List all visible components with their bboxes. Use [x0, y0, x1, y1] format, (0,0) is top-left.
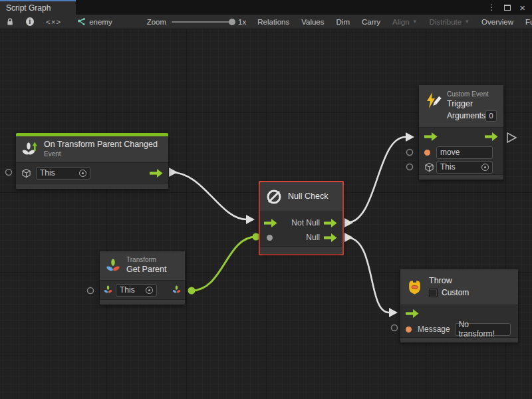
object-picker-icon[interactable]	[79, 170, 86, 177]
dim-button[interactable]: Dim	[331, 15, 356, 29]
transform-event-icon	[21, 141, 39, 158]
relations-button[interactable]: Relations	[251, 15, 295, 29]
lock-icon	[6, 17, 14, 27]
zoom-value: 1x	[238, 18, 246, 26]
fullscreen-button[interactable]: Full Screen	[519, 15, 532, 29]
value-port-event-this[interactable]	[6, 170, 12, 176]
graph-canvas[interactable]: On Transform Parent Changed Event This	[0, 29, 532, 399]
port-label: Null	[306, 233, 320, 242]
zoom-control: Zoom 1x	[119, 15, 252, 29]
value-port-getparent-this[interactable]	[88, 288, 94, 294]
chevron-down-icon: ▼	[464, 19, 469, 25]
overview-button[interactable]: Overview	[475, 15, 519, 29]
zoom-label: Zoom	[147, 18, 166, 26]
node-title: On Transform Parent Changed	[44, 140, 158, 150]
flow-in-icon	[264, 219, 277, 227]
zoom-slider-handle[interactable]	[229, 19, 235, 25]
wire-null-to-throw[interactable]	[346, 237, 389, 313]
graph-toolbar: i <×> enemy Zoom 1x Relations Values	[0, 15, 532, 29]
flow-out-icon	[324, 219, 337, 227]
message-field[interactable]: No transform!	[455, 323, 511, 336]
arguments-field[interactable]: 0	[485, 110, 497, 122]
transform-output-icon	[172, 285, 181, 295]
null-check-icon	[265, 188, 283, 205]
node-title: Throw	[429, 276, 469, 287]
flow-in-icon	[406, 309, 419, 318]
flow-out-port-null[interactable]	[344, 233, 353, 242]
info-button[interactable]: i	[20, 15, 40, 29]
wire-arrowhead	[389, 308, 398, 317]
node-title: Null Check	[288, 192, 328, 202]
close-icon[interactable]: ×	[519, 3, 525, 13]
code-view-icon: <×>	[46, 18, 61, 26]
target-field[interactable]: This	[116, 284, 157, 297]
wire-arrowhead	[406, 132, 414, 142]
value-in-icon	[424, 150, 430, 156]
node-category: Custom Event	[447, 90, 497, 99]
object-picker-icon[interactable]	[481, 164, 489, 171]
carry-button[interactable]: Carry	[356, 15, 386, 29]
node-subtitle: Event	[44, 150, 158, 159]
target-field[interactable]: This	[436, 161, 493, 174]
custom-event-icon	[424, 92, 442, 109]
distribute-button[interactable]: Distribute▼	[424, 15, 476, 29]
target-field[interactable]: This	[36, 167, 90, 180]
gameobject-cube-icon	[21, 168, 31, 178]
port-label: Not Null	[291, 218, 320, 227]
custom-label: Custom	[442, 288, 469, 298]
transform-icon	[104, 285, 112, 295]
gameobject-cube-icon	[424, 162, 434, 172]
node-title: Trigger	[447, 99, 497, 110]
value-port-customevent-name[interactable]	[407, 150, 413, 156]
transform-icon	[105, 258, 121, 274]
wire-event-to-nullcheck[interactable]	[171, 172, 247, 219]
node-null-check[interactable]: Null Check Not Null Null	[260, 182, 342, 254]
graph-name: enemy	[89, 18, 112, 26]
graph-breadcrumb[interactable]: enemy	[67, 15, 119, 29]
lock-button[interactable]	[0, 15, 20, 29]
flow-arrow-icon	[150, 169, 163, 178]
chevron-down-icon: ▼	[412, 19, 418, 25]
flow-out-icon	[324, 233, 337, 242]
zoom-slider[interactable]	[172, 21, 233, 23]
align-button[interactable]: Align▼	[386, 15, 424, 29]
wire-getparent-to-nullcheck[interactable]	[192, 237, 256, 291]
custom-checkbox[interactable]	[429, 289, 438, 297]
graph-icon	[76, 17, 86, 26]
info-icon: i	[26, 17, 34, 26]
window-menu-icon[interactable]: ⋮	[487, 3, 495, 11]
node-on-transform-parent-changed[interactable]: On Transform Parent Changed Event This	[16, 133, 168, 189]
node-title: Get Parent	[126, 265, 166, 275]
flow-in-icon	[424, 132, 438, 141]
flow-out-icon	[485, 132, 498, 141]
value-in-icon	[267, 235, 273, 241]
tab-script-graph[interactable]: Script Graph	[0, 0, 76, 15]
node-get-parent[interactable]: Transform Get Parent This	[100, 251, 185, 305]
flow-out-port-event[interactable]	[169, 168, 178, 177]
object-picker-icon[interactable]	[146, 287, 153, 294]
value-out-port-getparent[interactable]	[188, 287, 196, 295]
values-button[interactable]: Values	[295, 15, 330, 29]
code-view-button[interactable]: <×>	[40, 15, 67, 29]
throw-error-icon	[406, 278, 424, 296]
value-port-customevent-this[interactable]	[407, 164, 413, 170]
flow-out-port-notnull[interactable]	[344, 218, 353, 227]
maximize-icon[interactable]	[504, 5, 511, 11]
value-in-icon	[406, 327, 412, 332]
event-name-field[interactable]: move	[436, 146, 493, 159]
flow-out-port-customevent[interactable]	[507, 133, 516, 142]
node-category: Transform	[126, 256, 166, 265]
unity-visual-scripting-window: Script Graph ⋮ × i <×>	[0, 0, 532, 399]
wire-notnull-to-customevent[interactable]	[346, 137, 406, 223]
node-trigger-custom-event[interactable]: Custom Event Trigger Arguments 0	[419, 85, 503, 180]
message-label: Message	[418, 325, 450, 334]
node-throw[interactable]: Throw Custom Message No	[400, 269, 518, 342]
tab-strip: Script Graph ⋮ ×	[0, 0, 532, 15]
tab-label: Script Graph	[6, 3, 51, 13]
wire-arrowhead	[246, 215, 255, 224]
arguments-label: Arguments	[447, 111, 485, 121]
value-port-throw-message[interactable]	[392, 325, 398, 331]
